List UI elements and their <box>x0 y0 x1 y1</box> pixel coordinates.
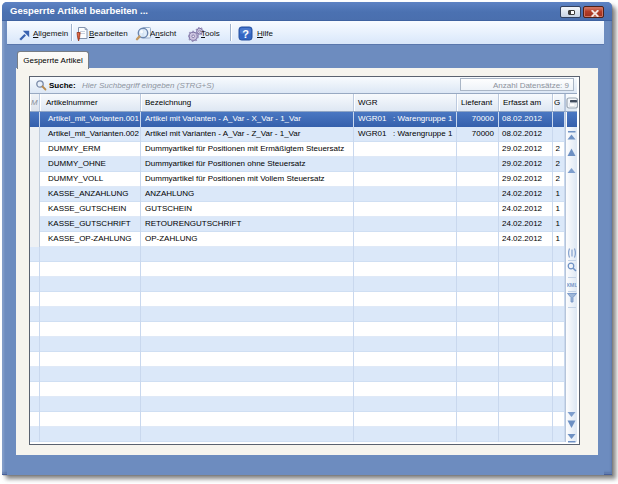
svg-text:?: ? <box>242 28 249 40</box>
svg-text:XML: XML <box>567 282 577 288</box>
